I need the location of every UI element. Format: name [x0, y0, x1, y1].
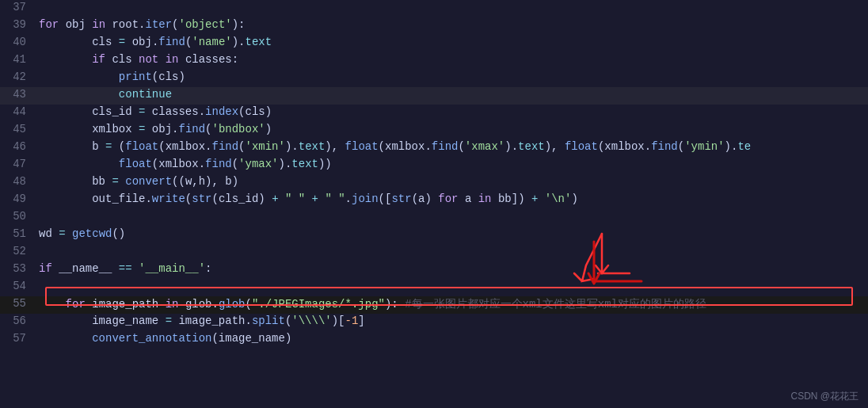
code-editor: 37 39 for obj in root.iter('object'): 40… — [0, 0, 868, 408]
code-line-43: 43 continue — [0, 87, 868, 105]
watermark: CSDN @花花王 — [790, 390, 858, 403]
code-line-44: 44 cls_id = classes.index(cls) — [0, 105, 868, 122]
code-line-39: 39 for obj in root.iter('object'): — [0, 17, 868, 35]
code-line-50: 50 — [0, 209, 868, 227]
code-line-48: 48 bb = convert((w,h), b) — [0, 174, 868, 192]
code-line-37: 37 — [0, 0, 868, 17]
code-line-56: 56 image_name = image_path.split('\\\\')… — [0, 314, 868, 331]
code-line-42: 42 print(cls) — [0, 70, 868, 87]
code-line-55: 55 for image_path in glob.glob("./JPEGIm… — [0, 296, 868, 314]
code-line-54: 54 — [0, 279, 868, 296]
code-line-46: 46 b = (float(xmlbox.find('xmin').text),… — [0, 139, 868, 157]
code-line-40: 40 cls = obj.find('name').text — [0, 35, 868, 52]
code-line-45: 45 xmlbox = obj.find('bndbox') — [0, 122, 868, 139]
code-line-41: 41 if cls not in classes: — [0, 52, 868, 70]
code-line-51: 51 wd = getcwd() — [0, 227, 868, 244]
code-line-52: 52 — [0, 244, 868, 261]
code-line-57: 57 convert_annotation(image_name) — [0, 331, 868, 349]
code-line-47: 47 float(xmlbox.find('ymax').text)) — [0, 157, 868, 174]
code-line-49: 49 out_file.write(str(cls_id) + " " + " … — [0, 192, 868, 209]
code-line-53: 53 if __name__ == '__main__': — [0, 261, 868, 279]
red-arrow — [554, 238, 665, 301]
